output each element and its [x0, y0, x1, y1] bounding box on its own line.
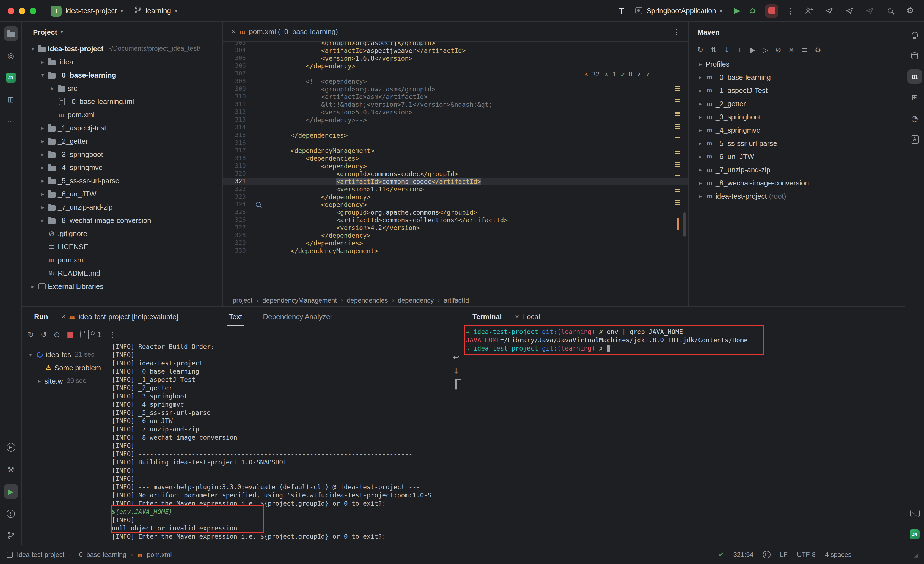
chevron-closed-icon[interactable]: ▸ — [39, 59, 47, 65]
send-icon-3[interactable] — [864, 5, 876, 17]
code-line[interactable]: 326 <artifactId>commons-collections4</ar… — [223, 216, 688, 224]
maven-tool-icon[interactable]: m — [908, 69, 922, 84]
maven-tree-item[interactable]: ▸m_2_getter — [688, 97, 905, 110]
maven-tree-item[interactable]: ▸m_5_ss-ssr-url-parse — [688, 137, 905, 150]
code-line[interactable]: 311 &lt;!&ndash;<version>7.1</version>&n… — [223, 101, 688, 108]
code-line[interactable]: 321 <artifactId>commons-codec</artifactI… — [223, 178, 688, 185]
download-sources-icon[interactable]: ↓ — [724, 46, 730, 53]
project-tree-item[interactable]: mpom.xml — [22, 108, 222, 121]
project-tree-item[interactable]: ▸.idea — [22, 55, 222, 68]
plugin-grid-icon[interactable]: ⊞ — [908, 90, 922, 105]
code-line[interactable]: 330 </dependencyManagement> — [223, 247, 688, 255]
run-goal-icon[interactable]: ▶ — [750, 46, 755, 53]
scroll-to-end-icon[interactable]: ↓ — [453, 367, 459, 375]
build-tool-icon[interactable]: ⚒ — [4, 462, 18, 477]
maven-tree-item[interactable]: ▸m_7_unzip-and-zip — [688, 163, 905, 176]
structure-tool-icon[interactable]: ⊞ — [4, 92, 18, 107]
code-line[interactable]: 306 </dependency> — [223, 62, 688, 70]
chevron-open-icon[interactable]: ▾ — [26, 351, 34, 357]
project-tool-icon[interactable] — [4, 26, 18, 41]
project-tree-item[interactable]: ▸_2_getter — [22, 134, 222, 147]
maven-tree-item[interactable]: ▸m_3_springboot — [688, 110, 905, 123]
maven-tree-item[interactable]: ▸m_1_aspectJ-Test — [688, 84, 905, 97]
run-console[interactable]: [INFO] Reactor Build Order:[INFO][INFO] … — [112, 341, 448, 543]
run-configuration-widget[interactable]: SpringbootApplication ▾ — [632, 5, 726, 17]
code-line[interactable]: 316 — [223, 139, 688, 147]
tab-text[interactable]: Text — [229, 313, 242, 321]
project-tree-item[interactable]: ▸_4_springmvc — [22, 161, 222, 174]
code-line[interactable]: 315 </dependencies> — [223, 131, 688, 139]
reload-icon[interactable]: ↻ — [698, 46, 704, 53]
run-tree-item[interactable]: ▸site.w20 sec — [24, 374, 110, 387]
project-tree-item[interactable]: ▸_1_aspectj-test — [22, 121, 222, 134]
g-badge-icon[interactable]: G — [763, 551, 771, 558]
maven-settings-icon[interactable]: ⚙ — [815, 46, 821, 53]
code-line[interactable]: 312 <version>5.0.3</version> — [223, 108, 688, 116]
inspections-widget[interactable]: ⚠ 32 ⚠ 1 ✔ 8 ∧ ∨ — [581, 69, 653, 79]
green-check-icon[interactable]: ✔ — [718, 551, 724, 558]
maven-tree-item[interactable]: ▸midea-test-project(root) — [688, 189, 905, 203]
maven-tree-item[interactable]: ▸m_4_springmvc — [688, 123, 905, 137]
chevron-closed-icon[interactable]: ▸ — [696, 180, 705, 186]
sync-icon[interactable]: ⇅ — [711, 46, 717, 53]
project-widget[interactable]: I idea-test-project ▾ — [47, 4, 126, 18]
status-breadcrumb-item[interactable]: pom.xml — [147, 551, 172, 558]
code-line[interactable]: 328 </dependency> — [223, 232, 688, 239]
chevron-closed-icon[interactable]: ▸ — [39, 164, 47, 170]
chevron-closed-icon[interactable]: ▸ — [39, 125, 47, 131]
project-tree-item[interactable]: ▸_3_springboot — [22, 147, 222, 161]
more-icon[interactable]: ⋮ — [109, 331, 117, 338]
rerun-failed-icon[interactable]: ↺ — [40, 331, 47, 338]
chevron-closed-icon[interactable]: ▸ — [696, 193, 705, 199]
soft-wrap-icon[interactable]: ↩ — [453, 353, 459, 361]
jr-plugin-icon[interactable]: JR — [4, 71, 18, 85]
maven-tree-item[interactable]: ▸Profiles — [688, 57, 905, 71]
code-line[interactable]: 309 <groupId>org.ow2.asm</groupId> — [223, 85, 688, 93]
close-tab-icon[interactable]: × — [231, 27, 236, 36]
encoding-widget[interactable]: UTF-8 — [797, 551, 816, 558]
stop-button[interactable] — [765, 4, 778, 17]
caret-position[interactable]: 321:54 — [734, 551, 753, 558]
plugin-donut-icon[interactable]: ◔ — [908, 111, 922, 125]
project-tree-item[interactable]: ≡LICENSE — [22, 240, 222, 253]
skip-tests-icon[interactable]: × — [788, 46, 795, 53]
jr-plugin-icon[interactable]: JR — [908, 527, 922, 541]
close-tab-icon[interactable]: × — [515, 313, 519, 321]
add-maven-project-icon[interactable]: + — [737, 46, 743, 53]
prev-problem-icon[interactable]: ∧ — [638, 71, 641, 78]
notifications-icon[interactable] — [908, 27, 922, 42]
execute-goal-icon[interactable]: ▷ — [763, 46, 768, 53]
editor-options-icon[interactable]: ⋮ — [673, 28, 680, 36]
code-line[interactable]: 318 <dependencies> — [223, 155, 688, 162]
chevron-closed-icon[interactable]: ▸ — [696, 127, 705, 133]
maximize-window-button[interactable] — [30, 8, 36, 14]
code-line[interactable]: 327 <version>4.2</version> — [223, 224, 688, 232]
settings-icon[interactable]: ⚙ — [904, 5, 916, 17]
code-line[interactable]: 310 <artifactId>asm</artifactId> — [223, 93, 688, 101]
chevron-closed-icon[interactable]: ▸ — [39, 217, 47, 223]
run-button[interactable]: ▶ — [734, 7, 740, 15]
chevron-closed-icon[interactable]: ▸ — [696, 74, 705, 80]
code-line[interactable]: 304 <artifactId>aspectjweaver</artifactI… — [223, 47, 688, 54]
editor-tab-title[interactable]: pom.xml (_0_base-learning) — [249, 27, 338, 36]
code-line[interactable]: 320 <groupId>commons-codec</groupId> — [223, 170, 688, 178]
run-tab[interactable]: × m idea-test-project [help:evaluate] — [62, 313, 178, 321]
send-icon-2[interactable] — [843, 5, 855, 17]
code-line[interactable]: 303 <groupId>org.aspectj</groupId> — [223, 42, 688, 47]
debug-button[interactable] — [748, 6, 757, 16]
screenshot-icon[interactable] — [88, 330, 89, 338]
minimize-window-button[interactable] — [19, 8, 25, 14]
chevron-closed-icon[interactable]: ▸ — [696, 61, 705, 67]
next-problem-icon[interactable]: ∨ — [646, 71, 650, 78]
project-panel-header[interactable]: Project ▾ — [22, 22, 222, 42]
terminal-output[interactable]: → idea-test-project git:(learning) ✗ env… — [466, 328, 902, 543]
run-tree-item[interactable]: ▾idea-tes21 sec — [24, 348, 110, 361]
code-editor[interactable]: 303 <groupId>org.aspectj</groupId>304 <a… — [223, 42, 688, 294]
code-line[interactable]: 314 — [223, 124, 688, 131]
project-tree-item[interactable]: ⊘.gitignore — [22, 227, 222, 240]
code-line[interactable]: 317 <dependencyManagement> — [223, 147, 688, 155]
close-window-button[interactable] — [8, 8, 14, 14]
chevron-closed-icon[interactable]: ▸ — [39, 177, 47, 183]
project-tree-item[interactable]: ▸src — [22, 81, 222, 95]
chevron-closed-icon[interactable]: ▸ — [696, 101, 705, 107]
